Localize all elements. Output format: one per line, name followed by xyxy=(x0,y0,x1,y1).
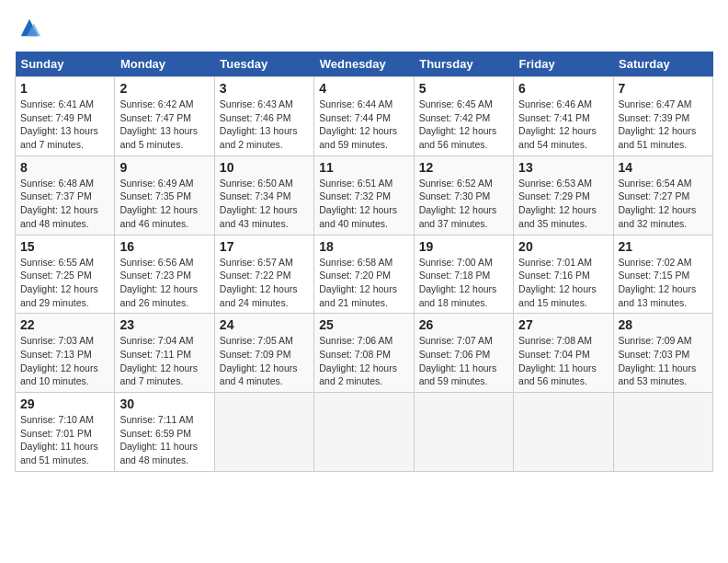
day-number: 21 xyxy=(619,239,708,254)
day-number: 23 xyxy=(119,317,209,332)
calendar-cell: 16Sunrise: 6:56 AMSunset: 7:23 PMDayligh… xyxy=(115,235,214,314)
col-header-sunday: Sunday xyxy=(16,52,115,77)
day-number: 14 xyxy=(619,160,708,175)
calendar-cell: 19Sunrise: 7:00 AMSunset: 7:18 PMDayligh… xyxy=(414,235,513,314)
calendar-table: SundayMondayTuesdayWednesdayThursdayFrid… xyxy=(15,52,713,472)
calendar-cell: 21Sunrise: 7:02 AMSunset: 7:15 PMDayligh… xyxy=(613,235,712,314)
day-info: Sunrise: 6:44 AMSunset: 7:44 PMDaylight:… xyxy=(319,98,408,152)
calendar-cell xyxy=(314,393,414,472)
day-info: Sunrise: 6:51 AMSunset: 7:32 PMDaylight:… xyxy=(319,177,408,231)
col-header-tuesday: Tuesday xyxy=(214,52,313,77)
day-info: Sunrise: 6:49 AMSunset: 7:35 PMDaylight:… xyxy=(119,177,209,231)
day-info: Sunrise: 6:43 AMSunset: 7:46 PMDaylight:… xyxy=(220,98,309,152)
calendar-cell: 26Sunrise: 7:07 AMSunset: 7:06 PMDayligh… xyxy=(414,314,513,393)
calendar-cell: 13Sunrise: 6:53 AMSunset: 7:29 PMDayligh… xyxy=(514,155,613,235)
day-number: 15 xyxy=(20,239,109,254)
day-info: Sunrise: 6:53 AMSunset: 7:29 PMDaylight:… xyxy=(518,177,608,231)
day-number: 10 xyxy=(220,160,309,175)
calendar-cell: 4Sunrise: 6:44 AMSunset: 7:44 PMDaylight… xyxy=(314,77,414,156)
calendar-cell: 23Sunrise: 7:04 AMSunset: 7:11 PMDayligh… xyxy=(115,314,214,393)
week-row-1: 1Sunrise: 6:41 AMSunset: 7:49 PMDaylight… xyxy=(16,77,713,156)
calendar-cell xyxy=(514,393,613,472)
day-info: Sunrise: 6:42 AMSunset: 7:47 PMDaylight:… xyxy=(119,98,209,152)
day-info: Sunrise: 7:01 AMSunset: 7:16 PMDaylight:… xyxy=(518,256,608,310)
calendar-cell: 20Sunrise: 7:01 AMSunset: 7:16 PMDayligh… xyxy=(514,235,613,314)
day-info: Sunrise: 6:55 AMSunset: 7:25 PMDaylight:… xyxy=(20,256,109,310)
day-number: 16 xyxy=(119,239,209,254)
day-info: Sunrise: 6:45 AMSunset: 7:42 PMDaylight:… xyxy=(419,98,508,152)
calendar-cell: 7Sunrise: 6:47 AMSunset: 7:39 PMDaylight… xyxy=(613,77,712,156)
calendar-cell: 18Sunrise: 6:58 AMSunset: 7:20 PMDayligh… xyxy=(314,235,414,314)
day-info: Sunrise: 7:02 AMSunset: 7:15 PMDaylight:… xyxy=(619,256,708,310)
day-info: Sunrise: 6:41 AMSunset: 7:49 PMDaylight:… xyxy=(20,98,109,152)
logo-text xyxy=(15,17,42,36)
day-info: Sunrise: 7:03 AMSunset: 7:13 PMDaylight:… xyxy=(20,334,109,388)
day-number: 11 xyxy=(319,160,408,175)
day-info: Sunrise: 7:05 AMSunset: 7:09 PMDaylight:… xyxy=(220,334,309,388)
day-info: Sunrise: 7:10 AMSunset: 7:01 PMDaylight:… xyxy=(20,413,109,467)
col-header-wednesday: Wednesday xyxy=(314,52,414,77)
day-number: 19 xyxy=(419,239,508,254)
calendar-cell: 9Sunrise: 6:49 AMSunset: 7:35 PMDaylight… xyxy=(115,155,214,235)
day-number: 22 xyxy=(20,317,109,332)
calendar-cell: 1Sunrise: 6:41 AMSunset: 7:49 PMDaylight… xyxy=(16,77,115,156)
week-row-4: 22Sunrise: 7:03 AMSunset: 7:13 PMDayligh… xyxy=(16,314,713,393)
calendar-cell: 10Sunrise: 6:50 AMSunset: 7:34 PMDayligh… xyxy=(214,155,313,235)
day-info: Sunrise: 7:06 AMSunset: 7:08 PMDaylight:… xyxy=(319,334,408,388)
day-number: 30 xyxy=(119,396,209,411)
day-number: 5 xyxy=(419,81,508,96)
calendar-cell xyxy=(214,393,313,472)
day-number: 1 xyxy=(20,81,109,96)
day-info: Sunrise: 7:11 AMSunset: 6:59 PMDaylight:… xyxy=(119,413,209,467)
calendar-cell xyxy=(414,393,513,472)
day-info: Sunrise: 6:46 AMSunset: 7:41 PMDaylight:… xyxy=(518,98,608,152)
calendar-cell: 17Sunrise: 6:57 AMSunset: 7:22 PMDayligh… xyxy=(214,235,313,314)
col-header-monday: Monday xyxy=(115,52,214,77)
calendar-cell: 29Sunrise: 7:10 AMSunset: 7:01 PMDayligh… xyxy=(16,393,115,472)
day-info: Sunrise: 7:07 AMSunset: 7:06 PMDaylight:… xyxy=(419,334,508,388)
day-info: Sunrise: 6:48 AMSunset: 7:37 PMDaylight:… xyxy=(20,177,109,231)
calendar-cell: 15Sunrise: 6:55 AMSunset: 7:25 PMDayligh… xyxy=(16,235,115,314)
day-info: Sunrise: 6:50 AMSunset: 7:34 PMDaylight:… xyxy=(220,177,309,231)
day-number: 12 xyxy=(419,160,508,175)
day-info: Sunrise: 6:57 AMSunset: 7:22 PMDaylight:… xyxy=(220,256,309,310)
day-info: Sunrise: 7:09 AMSunset: 7:03 PMDaylight:… xyxy=(619,334,708,388)
day-info: Sunrise: 7:00 AMSunset: 7:18 PMDaylight:… xyxy=(419,256,508,310)
calendar-cell: 14Sunrise: 6:54 AMSunset: 7:27 PMDayligh… xyxy=(613,155,712,235)
day-number: 24 xyxy=(220,317,309,332)
day-info: Sunrise: 7:08 AMSunset: 7:04 PMDaylight:… xyxy=(518,334,608,388)
day-number: 4 xyxy=(319,81,408,96)
calendar-cell: 25Sunrise: 7:06 AMSunset: 7:08 PMDayligh… xyxy=(314,314,414,393)
day-number: 8 xyxy=(20,160,109,175)
week-row-3: 15Sunrise: 6:55 AMSunset: 7:25 PMDayligh… xyxy=(16,235,713,314)
col-header-friday: Friday xyxy=(514,52,613,77)
day-info: Sunrise: 6:54 AMSunset: 7:27 PMDaylight:… xyxy=(619,177,708,231)
calendar-cell: 11Sunrise: 6:51 AMSunset: 7:32 PMDayligh… xyxy=(314,155,414,235)
calendar-header-row: SundayMondayTuesdayWednesdayThursdayFrid… xyxy=(16,52,713,77)
day-number: 7 xyxy=(619,81,708,96)
day-info: Sunrise: 7:04 AMSunset: 7:11 PMDaylight:… xyxy=(119,334,209,388)
day-number: 26 xyxy=(419,317,508,332)
day-number: 25 xyxy=(319,317,408,332)
calendar-cell: 6Sunrise: 6:46 AMSunset: 7:41 PMDaylight… xyxy=(514,77,613,156)
calendar-cell xyxy=(613,393,712,472)
day-number: 18 xyxy=(319,239,408,254)
day-number: 20 xyxy=(518,239,608,254)
page-header xyxy=(15,15,713,40)
day-number: 28 xyxy=(619,317,708,332)
week-row-2: 8Sunrise: 6:48 AMSunset: 7:37 PMDaylight… xyxy=(16,155,713,235)
week-row-5: 29Sunrise: 7:10 AMSunset: 7:01 PMDayligh… xyxy=(16,393,713,472)
logo xyxy=(15,15,42,40)
day-number: 13 xyxy=(518,160,608,175)
day-number: 29 xyxy=(20,396,109,411)
day-number: 3 xyxy=(220,81,309,96)
col-header-saturday: Saturday xyxy=(613,52,712,77)
calendar-cell: 12Sunrise: 6:52 AMSunset: 7:30 PMDayligh… xyxy=(414,155,513,235)
day-info: Sunrise: 6:58 AMSunset: 7:20 PMDaylight:… xyxy=(319,256,408,310)
col-header-thursday: Thursday xyxy=(414,52,513,77)
calendar-cell: 27Sunrise: 7:08 AMSunset: 7:04 PMDayligh… xyxy=(514,314,613,393)
calendar-cell: 28Sunrise: 7:09 AMSunset: 7:03 PMDayligh… xyxy=(613,314,712,393)
day-number: 9 xyxy=(119,160,209,175)
calendar-cell: 3Sunrise: 6:43 AMSunset: 7:46 PMDaylight… xyxy=(214,77,313,156)
calendar-cell: 2Sunrise: 6:42 AMSunset: 7:47 PMDaylight… xyxy=(115,77,214,156)
